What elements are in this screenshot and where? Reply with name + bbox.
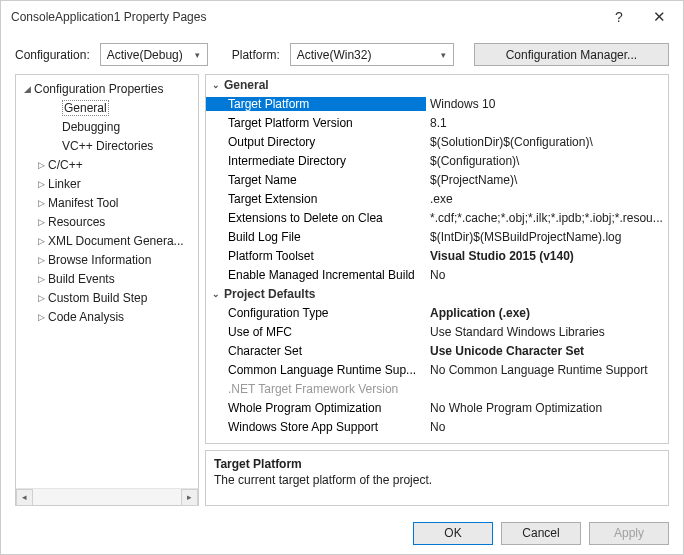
property-value[interactable]: No Whole Program Optimization [426,401,668,415]
tree-item[interactable]: General [16,98,198,117]
tree-item-label: Manifest Tool [48,196,118,210]
tree-item[interactable]: ▷XML Document Genera... [16,231,198,250]
property-grid[interactable]: ⌄GeneralTarget PlatformWindows 10Target … [205,74,669,444]
property-value[interactable]: No [426,420,668,434]
property-value[interactable]: Visual Studio 2015 (v140) [426,249,668,263]
tree-item-label: XML Document Genera... [48,234,184,248]
chevron-down-icon: ▾ [435,50,453,60]
grid-group-label: General [224,78,269,92]
property-value[interactable]: 8.1 [426,116,668,130]
grid-row[interactable]: Target Extension.exe [206,189,668,208]
property-description: Target Platform The current target platf… [205,450,669,506]
configuration-manager-button[interactable]: Configuration Manager... [474,43,669,66]
grid-row[interactable]: Build Log File$(IntDir)$(MSBuildProjectN… [206,227,668,246]
collapse-icon: ⌄ [208,289,224,299]
tree-hscrollbar[interactable]: ◂ ▸ [16,488,198,505]
dialog-footer: OK Cancel Apply [1,512,683,554]
ok-button[interactable]: OK [413,522,493,545]
cancel-button[interactable]: Cancel [501,522,581,545]
grid-row[interactable]: Common Language Runtime Sup...No Common … [206,360,668,379]
platform-combo[interactable]: Active(Win32) ▾ [290,43,454,66]
property-name: Whole Program Optimization [206,401,426,415]
tree-item-label: Custom Build Step [48,291,147,305]
tree-item[interactable]: Debugging [16,117,198,136]
tree-item-label: Resources [48,215,105,229]
property-value[interactable]: $(Configuration)\ [426,154,668,168]
platform-label: Platform: [232,48,284,62]
grid-group-header[interactable]: ⌄Project Defaults [206,284,668,303]
property-value[interactable]: Use Unicode Character Set [426,344,668,358]
grid-row[interactable]: Character SetUse Unicode Character Set [206,341,668,360]
grid-row[interactable]: Configuration TypeApplication (.exe) [206,303,668,322]
expand-icon: ▷ [34,274,48,284]
grid-row[interactable]: Whole Program OptimizationNo Whole Progr… [206,398,668,417]
config-tree[interactable]: ◢Configuration PropertiesGeneralDebuggin… [15,74,199,506]
help-button[interactable]: ? [599,3,639,31]
tree-item-label: Code Analysis [48,310,124,324]
property-value[interactable]: Use Standard Windows Libraries [426,325,668,339]
grid-row[interactable]: .NET Target Framework Version [206,379,668,398]
apply-button[interactable]: Apply [589,522,669,545]
scroll-left-icon[interactable]: ◂ [16,489,33,506]
grid-row[interactable]: Target Name$(ProjectName)\ [206,170,668,189]
tree-item[interactable]: ▷Browse Information [16,250,198,269]
tree-item-label: Browse Information [48,253,151,267]
property-value[interactable]: $(IntDir)$(MSBuildProjectName).log [426,230,668,244]
tree-item[interactable]: ▷C/C++ [16,155,198,174]
tree-item[interactable]: ▷Code Analysis [16,307,198,326]
expand-icon: ▷ [34,312,48,322]
grid-row[interactable]: Target PlatformWindows 10 [206,94,668,113]
tree-item[interactable]: VC++ Directories [16,136,198,155]
property-value[interactable]: .exe [426,192,668,206]
property-name: Target Extension [206,192,426,206]
grid-row[interactable]: Extensions to Delete on Clea*.cdf;*.cach… [206,208,668,227]
property-name: Target Name [206,173,426,187]
grid-row[interactable]: Enable Managed Incremental BuildNo [206,265,668,284]
scroll-right-icon[interactable]: ▸ [181,489,198,506]
grid-row[interactable]: Windows Store App SupportNo [206,417,668,436]
property-value[interactable]: No Common Language Runtime Support [426,363,668,377]
tree-item[interactable]: ▷Resources [16,212,198,231]
property-name: Build Log File [206,230,426,244]
configuration-label: Configuration: [15,48,94,62]
property-value[interactable]: No [426,268,668,282]
expand-icon: ▷ [34,179,48,189]
tree-item[interactable]: ▷Linker [16,174,198,193]
collapse-icon: ⌄ [208,80,224,90]
expand-icon: ▷ [34,198,48,208]
grid-row[interactable]: Platform ToolsetVisual Studio 2015 (v140… [206,246,668,265]
configuration-value: Active(Debug) [101,48,189,62]
grid-row[interactable]: Target Platform Version8.1 [206,113,668,132]
property-value[interactable]: $(ProjectName)\ [426,173,668,187]
property-name: .NET Target Framework Version [206,382,426,396]
window-title: ConsoleApplication1 Property Pages [11,10,599,24]
tree-item-label: VC++ Directories [62,139,153,153]
tree-root[interactable]: ◢Configuration Properties [16,79,198,98]
property-name: Platform Toolset [206,249,426,263]
property-name: Configuration Type [206,306,426,320]
close-button[interactable]: ✕ [639,3,679,31]
property-name: Extensions to Delete on Clea [206,211,426,225]
expand-icon: ▷ [34,160,48,170]
property-value[interactable]: Application (.exe) [426,306,668,320]
expand-icon: ▷ [34,217,48,227]
property-value[interactable]: Windows 10 [426,97,668,111]
tree-item[interactable]: ▷Manifest Tool [16,193,198,212]
property-name: Intermediate Directory [206,154,426,168]
property-name: Windows Store App Support [206,420,426,434]
platform-value: Active(Win32) [291,48,435,62]
tree-item[interactable]: ▷Custom Build Step [16,288,198,307]
property-value[interactable]: *.cdf;*.cache;*.obj;*.ilk;*.ipdb;*.iobj;… [426,211,668,225]
grid-row[interactable]: Intermediate Directory$(Configuration)\ [206,151,668,170]
tree-item-label: Linker [48,177,81,191]
configuration-combo[interactable]: Active(Debug) ▾ [100,43,208,66]
grid-row[interactable]: Use of MFCUse Standard Windows Libraries [206,322,668,341]
tree-root-label: Configuration Properties [34,82,163,96]
tree-item[interactable]: ▷Build Events [16,269,198,288]
grid-group-header[interactable]: ⌄General [206,75,668,94]
property-value[interactable]: $(SolutionDir)$(Configuration)\ [426,135,668,149]
description-title: Target Platform [214,457,660,471]
grid-row[interactable]: Output Directory$(SolutionDir)$(Configur… [206,132,668,151]
property-pages-dialog: ConsoleApplication1 Property Pages ? ✕ C… [0,0,684,555]
config-bar: Configuration: Active(Debug) ▾ Platform:… [1,33,683,74]
